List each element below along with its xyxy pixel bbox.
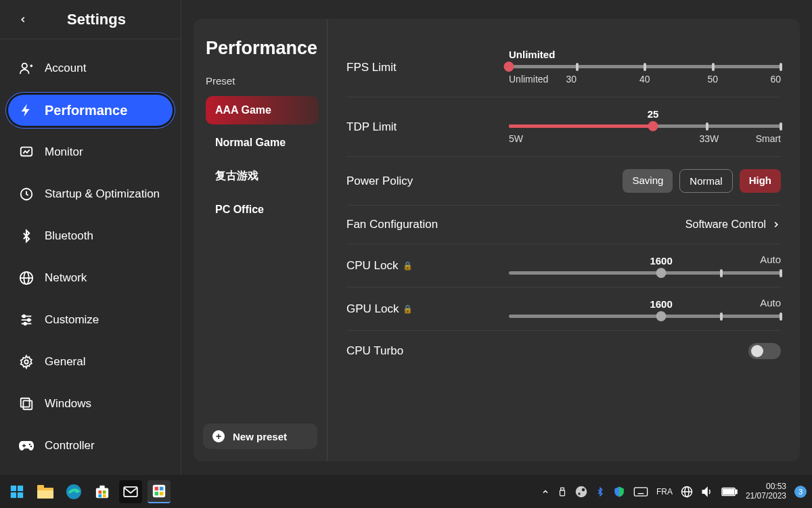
gpu-lock-label: GPU Lock: [346, 302, 399, 316]
file-explorer-icon[interactable]: [34, 480, 57, 503]
plus-icon: +: [212, 430, 225, 442]
fan-config-row[interactable]: Software Control: [509, 218, 781, 231]
fps-limit-label: FPS Limit: [346, 61, 509, 74]
tdp-limit-label: TDP Limit: [346, 120, 509, 134]
svg-rect-27: [37, 490, 53, 499]
lock-icon: 🔒: [403, 261, 413, 271]
svg-point-0: [22, 64, 27, 68]
svg-rect-38: [160, 486, 164, 490]
preset-item[interactable]: AAA Game: [206, 96, 319, 124]
settings-title: Settings: [23, 11, 170, 28]
customize-icon: [18, 311, 35, 329]
svg-rect-33: [99, 494, 102, 497]
svg-rect-15: [21, 398, 30, 407]
general-icon: [18, 353, 35, 371]
app-icon[interactable]: [148, 480, 171, 503]
monitor-icon: [18, 143, 35, 161]
bluetooth-icon: [18, 227, 35, 245]
svg-rect-22: [18, 485, 23, 490]
preset-item[interactable]: PC Office: [206, 195, 319, 224]
svg-rect-32: [103, 490, 106, 494]
svg-rect-20: [24, 444, 25, 448]
svg-rect-35: [124, 486, 137, 496]
preset-item[interactable]: 复古游戏: [206, 161, 319, 191]
power-option-saving[interactable]: Saving: [623, 169, 673, 193]
cpu-lock-auto: Auto: [760, 254, 781, 265]
sidebar-item-account[interactable]: Account: [8, 53, 173, 84]
sidebar-item-bluetooth[interactable]: Bluetooth: [8, 221, 173, 252]
steam-icon[interactable]: [575, 486, 587, 498]
cpu-turbo-toggle[interactable]: [748, 343, 781, 359]
power-policy-label: Power Policy: [346, 175, 509, 188]
svg-rect-36: [153, 484, 165, 497]
controller-icon: [18, 437, 35, 455]
edge-browser-icon[interactable]: [62, 480, 85, 503]
performance-heading: Performance: [206, 38, 319, 59]
start-button[interactable]: [5, 480, 28, 503]
svg-marker-55: [702, 488, 707, 496]
windows-icon: [18, 395, 35, 413]
svg-point-11: [28, 319, 30, 322]
sidebar-item-general[interactable]: General: [8, 346, 173, 377]
svg-point-9: [23, 315, 26, 318]
svg-point-43: [576, 486, 587, 497]
svg-rect-24: [18, 492, 23, 497]
mail-app-icon[interactable]: [119, 480, 142, 503]
power-option-high[interactable]: High: [740, 169, 781, 193]
svg-point-45: [578, 492, 580, 494]
svg-rect-16: [23, 401, 32, 410]
svg-rect-23: [11, 492, 16, 497]
svg-rect-30: [99, 485, 104, 489]
svg-rect-26: [37, 485, 44, 489]
security-tray-icon[interactable]: [613, 486, 625, 498]
svg-rect-37: [155, 486, 159, 490]
language-indicator[interactable]: FRA: [656, 487, 673, 497]
sidebar-item-monitor[interactable]: Monitor: [8, 137, 173, 168]
cpu-lock-value: 1600: [650, 255, 672, 267]
bolt-icon: [18, 101, 35, 119]
gpu-lock-slider[interactable]: 1600 Auto: [509, 300, 781, 318]
startup-icon: [18, 185, 35, 203]
performance-settings-panel: FPS Limit Unlimited Unlimited: [327, 19, 800, 461]
sidebar-item-windows[interactable]: Windows: [8, 388, 173, 419]
volume-tray-icon[interactable]: [701, 486, 713, 498]
sidebar-item-performance[interactable]: Performance: [8, 95, 173, 126]
cpu-lock-label: CPU Lock: [346, 259, 399, 273]
svg-point-13: [24, 323, 26, 325]
fan-config-label: Fan Configuration: [346, 218, 509, 231]
cpu-turbo-label: CPU Turbo: [346, 344, 509, 358]
network-tray-icon[interactable]: [681, 486, 693, 498]
sidebar-item-network[interactable]: Network: [8, 262, 173, 294]
svg-rect-39: [155, 491, 159, 495]
tdp-limit-value: 25: [648, 108, 659, 120]
usb-icon[interactable]: [558, 486, 567, 498]
keyboard-tray-icon[interactable]: [633, 487, 648, 497]
sidebar-item-controller[interactable]: Controller: [8, 430, 173, 461]
ms-store-icon[interactable]: [91, 480, 114, 503]
new-preset-label: New preset: [233, 431, 287, 442]
notification-badge[interactable]: 3: [794, 486, 807, 498]
fps-limit-value: Unlimited: [509, 49, 555, 60]
taskbar-clock[interactable]: 00:53 21/07/2023: [746, 482, 786, 501]
svg-point-17: [29, 444, 31, 446]
cpu-lock-slider[interactable]: 1600 Auto: [509, 256, 781, 275]
preset-item[interactable]: Normal Game: [206, 129, 319, 157]
power-option-normal[interactable]: Normal: [679, 169, 732, 193]
tray-chevron-icon[interactable]: [541, 488, 549, 496]
new-preset-button[interactable]: + New preset: [203, 423, 317, 449]
bluetooth-tray-icon[interactable]: [595, 486, 605, 498]
gpu-lock-auto: Auto: [760, 297, 781, 308]
preset-label: Preset: [206, 75, 319, 87]
network-icon: [18, 269, 35, 287]
preset-panel: Performance Preset AAA GameNormal Game复古…: [194, 19, 327, 461]
fps-limit-slider[interactable]: Unlimited Unlimited 30 40 50: [509, 50, 781, 85]
settings-sidebar: Settings AccountPerformanceMonitorStartu…: [0, 0, 181, 475]
sidebar-item-startup-optimization[interactable]: Startup & Optimization: [8, 179, 173, 210]
svg-rect-29: [96, 488, 108, 498]
battery-tray-icon[interactable]: [721, 487, 738, 497]
sidebar-item-customize[interactable]: Customize: [8, 304, 173, 336]
chevron-right-icon: [771, 220, 781, 229]
svg-rect-31: [99, 490, 102, 494]
tdp-limit-slider[interactable]: 25 5W 33W Smart: [509, 110, 781, 144]
svg-rect-58: [723, 489, 734, 494]
